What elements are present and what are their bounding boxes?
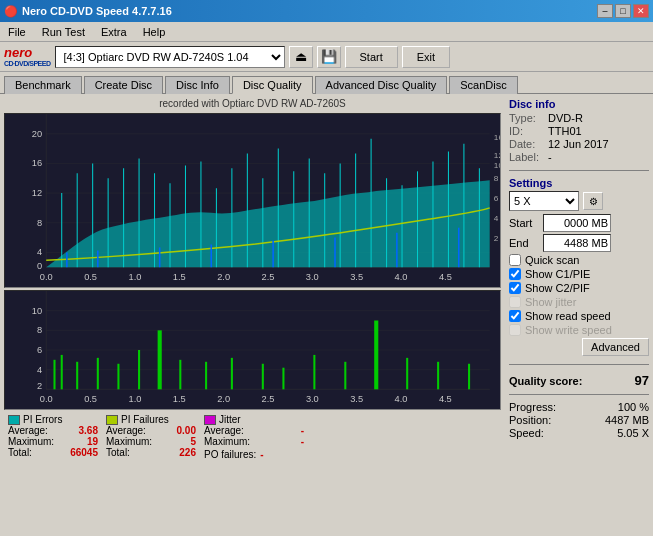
chart-area: recorded with Optiarc DVD RW AD-7260S 20… [0,94,505,536]
svg-text:6: 6 [37,345,42,355]
right-panel: Disc info Type: DVD-R ID: TTH01 Date: 12… [505,94,653,536]
start-button[interactable]: Start [345,46,398,68]
settings-section: Settings 5 X 1 X 2 X 4 X 8 X Max ⚙ Start… [509,177,649,358]
svg-text:3.5: 3.5 [350,394,363,404]
speed-row-stat: Speed: 5.05 X [509,427,649,439]
tab-create-disc[interactable]: Create Disc [84,76,163,94]
cb-write-speed: Show write speed [509,324,649,336]
svg-text:0.0: 0.0 [40,394,53,404]
app-title: Nero CD-DVD Speed 4.7.7.16 [22,5,172,17]
cb-c2-pif: Show C2/PIF [509,282,649,294]
svg-text:10: 10 [494,162,500,171]
chart-top: 20 16 12 8 4 0 16 12 10 8 6 4 2 [4,113,501,288]
svg-text:3.0: 3.0 [306,394,319,404]
end-input[interactable] [543,234,611,252]
drive-select[interactable]: [4:3] Optiarc DVD RW AD-7240S 1.04 [55,46,285,68]
svg-text:16: 16 [32,159,42,169]
svg-text:2.0: 2.0 [217,272,230,282]
pi-errors-color [8,415,20,425]
menu-bar: File Run Test Extra Help [0,22,653,42]
toolbar: nero CD·DVD/SPEED [4:3] Optiarc DVD RW A… [0,42,653,72]
svg-text:3.5: 3.5 [350,272,363,282]
menu-file[interactable]: File [4,24,30,40]
svg-text:1.0: 1.0 [128,272,141,282]
end-row: End [509,234,649,252]
svg-text:16: 16 [494,133,500,142]
svg-text:2.0: 2.0 [217,394,230,404]
svg-text:4: 4 [37,365,42,375]
quality-score-row: Quality score: 97 [509,373,649,388]
jitter-label: Jitter [219,414,241,425]
settings-label: Settings [509,177,649,189]
svg-text:12: 12 [32,188,42,198]
svg-text:8: 8 [37,218,42,228]
disc-info-label: Disc info [509,98,649,110]
svg-text:1.5: 1.5 [173,272,186,282]
tab-benchmark[interactable]: Benchmark [4,76,82,94]
cb-read-speed: Show read speed [509,310,649,322]
start-row: Start [509,214,649,232]
svg-text:4: 4 [494,214,499,223]
title-bar-title: 🔴 Nero CD-DVD Speed 4.7.7.16 [4,5,172,18]
svg-text:4.5: 4.5 [439,272,452,282]
svg-text:20: 20 [32,129,42,139]
menu-help[interactable]: Help [139,24,170,40]
minimize-button[interactable]: – [597,4,613,18]
divider-2 [509,364,649,365]
menu-extra[interactable]: Extra [97,24,131,40]
close-button[interactable]: ✕ [633,4,649,18]
pi-errors-max: Maximum: 19 [8,436,98,447]
svg-text:0.5: 0.5 [84,272,97,282]
tab-advanced-disc-quality[interactable]: Advanced Disc Quality [315,76,448,94]
exit-button[interactable]: Exit [402,46,450,68]
legend-pi-failures: PI Failures Average: 0.00 Maximum: 5 Tot… [106,414,196,460]
legend-pi-errors: PI Errors Average: 3.68 Maximum: 19 Tota… [8,414,98,460]
jitter-color [204,415,216,425]
svg-text:8: 8 [37,325,42,335]
tab-scandisc[interactable]: ScanDisc [449,76,517,94]
legend-area: PI Errors Average: 3.68 Maximum: 19 Tota… [4,412,501,462]
show-c2pif-checkbox[interactable] [509,282,521,294]
nero-logo: nero CD·DVD/SPEED [4,46,51,68]
svg-text:3.0: 3.0 [306,272,319,282]
svg-text:0.0: 0.0 [40,272,53,282]
maximize-button[interactable]: □ [615,4,631,18]
tab-disc-quality[interactable]: Disc Quality [232,76,313,94]
progress-row: Progress: 100 % [509,401,649,413]
settings-icon[interactable]: ⚙ [583,192,603,210]
svg-text:1.0: 1.0 [129,394,142,404]
pi-failures-label: PI Failures [121,414,169,425]
svg-text:10: 10 [32,306,42,316]
chart-title: recorded with Optiarc DVD RW AD-7260S [4,98,501,109]
svg-text:4.5: 4.5 [439,394,452,404]
quick-scan-checkbox[interactable] [509,254,521,266]
divider-1 [509,170,649,171]
svg-text:4: 4 [37,248,42,258]
eject-icon[interactable]: ⏏ [289,46,313,68]
svg-text:0: 0 [37,261,42,271]
svg-text:6: 6 [494,194,499,203]
tab-disc-info[interactable]: Disc Info [165,76,230,94]
svg-text:2: 2 [37,382,42,392]
cb-quick-scan: Quick scan [509,254,649,266]
menu-runtest[interactable]: Run Test [38,24,89,40]
disc-info-section: Disc info Type: DVD-R ID: TTH01 Date: 12… [509,98,649,164]
chart-top-svg: 20 16 12 8 4 0 16 12 10 8 6 4 2 [5,114,500,287]
main-content: recorded with Optiarc DVD RW AD-7260S 20… [0,94,653,536]
show-read-speed-checkbox[interactable] [509,310,521,322]
svg-text:2: 2 [494,234,499,243]
show-jitter-checkbox[interactable] [509,296,521,308]
svg-text:12: 12 [494,152,500,161]
save-icon[interactable]: 💾 [317,46,341,68]
show-c1pie-checkbox[interactable] [509,268,521,280]
advanced-button[interactable]: Advanced [582,338,649,356]
divider-3 [509,394,649,395]
chart-bottom-svg: 10 8 6 4 2 [5,291,500,409]
position-row: Position: 4487 MB [509,414,649,426]
speed-select[interactable]: 5 X 1 X 2 X 4 X 8 X Max [509,191,579,211]
svg-text:2.5: 2.5 [262,272,275,282]
start-input[interactable] [543,214,611,232]
cb-c1-pie: Show C1/PIE [509,268,649,280]
show-write-speed-checkbox[interactable] [509,324,521,336]
svg-text:4.0: 4.0 [395,272,408,282]
